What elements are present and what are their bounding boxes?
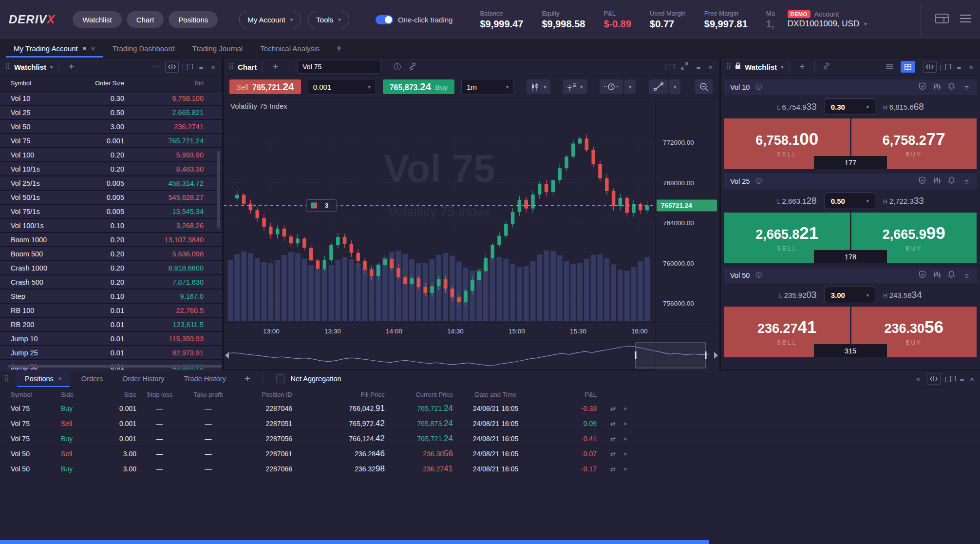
tab-close-icon[interactable]: ×: [91, 45, 95, 52]
time-tool-caret[interactable]: ▾: [624, 79, 636, 94]
main-menu-icon[interactable]: [960, 14, 971, 25]
layout-icon[interactable]: [935, 14, 949, 25]
watchlist-row[interactable]: Vol 50/1s0.005545,628.27: [0, 191, 222, 205]
watchlist-title[interactable]: Watchlist▾: [745, 63, 783, 71]
quantity-select[interactable]: 0.001▾: [308, 79, 376, 95]
close-position-icon[interactable]: ×: [623, 466, 627, 473]
navigator-selection[interactable]: [636, 343, 706, 368]
splitter-icon[interactable]: [923, 61, 937, 73]
watchlist-row[interactable]: Vol 75/1s0.00513,545.34: [0, 205, 222, 219]
chart-navigator[interactable]: [224, 341, 719, 368]
bell-icon[interactable]: [948, 271, 955, 280]
workspace-tab-my-trading-account[interactable]: My Trading Account≡×: [5, 39, 104, 58]
nav-watchlist-button[interactable]: Watchlist: [73, 11, 121, 28]
close-position-icon[interactable]: ×: [623, 420, 627, 427]
watchlist-row[interactable]: Boom 5000.205,636.098: [0, 247, 222, 261]
shield-icon[interactable]: [919, 176, 926, 186]
drag-handle-icon[interactable]: ⠿: [5, 62, 10, 71]
duplicate-panel-icon[interactable]: [665, 64, 675, 70]
reverse-position-icon[interactable]: ⇄: [610, 405, 616, 412]
close-tab-icon[interactable]: ×: [914, 375, 923, 383]
info-icon[interactable]: ⓘ: [754, 177, 764, 186]
watchlist-row[interactable]: RB 2000.01123,611.5: [0, 318, 222, 332]
candlestick-icon[interactable]: [933, 177, 941, 186]
expand-panel-icon[interactable]: [679, 62, 690, 71]
position-row[interactable]: Vol 75Sell0.001——2287051765,972.42765,87…: [0, 416, 980, 431]
card-menu-icon[interactable]: ≡: [962, 83, 971, 92]
add-chart-button[interactable]: +: [269, 61, 282, 72]
workspace-tab-technical-analysis[interactable]: Technical Analysis: [251, 39, 328, 58]
time-tool-button[interactable]: [600, 79, 623, 94]
watchlist-row[interactable]: RB 1000.0122,760.5: [0, 304, 222, 318]
close-panel-icon[interactable]: ×: [706, 63, 715, 71]
card-menu-icon[interactable]: ≡: [962, 177, 971, 186]
drag-handle-icon[interactable]: ⠿: [4, 374, 9, 383]
one-click-trading-toggle[interactable]: [376, 15, 393, 24]
bottom-tab-positions[interactable]: Positions×: [16, 370, 71, 387]
watchlist-row[interactable]: Boom 10000.2013,107.3840: [0, 233, 222, 247]
link-icon[interactable]: [821, 62, 832, 71]
interval-select[interactable]: 1m▾: [461, 79, 514, 95]
watchlist-row[interactable]: Jump 100.01115,359.93: [0, 332, 222, 346]
horizontal-scrollbar[interactable]: [8, 365, 222, 368]
duplicate-panel-icon[interactable]: [183, 64, 193, 70]
watchlist-row[interactable]: Step0.109,167.0: [0, 290, 222, 304]
drag-handle-icon[interactable]: ⠿: [228, 62, 234, 71]
workspace-tab-trading-dashboard[interactable]: Trading Dashboard: [104, 39, 184, 58]
shield-icon[interactable]: [919, 271, 926, 280]
panel-menu-icon[interactable]: ≡: [694, 63, 702, 71]
panel-menu-icon[interactable]: ≡: [197, 63, 205, 71]
info-icon[interactable]: ⓘ: [754, 271, 764, 280]
nav-chart-button[interactable]: Chart: [127, 11, 164, 28]
quantity-select[interactable]: 0.50▾: [825, 193, 875, 209]
bottom-tab-order-history[interactable]: Order History: [113, 370, 173, 387]
position-row[interactable]: Vol 50Sell3.00——2287061236.2846236.30562…: [0, 447, 980, 462]
close-panel-icon[interactable]: ×: [209, 63, 217, 71]
reverse-position-icon[interactable]: ⇄: [610, 435, 616, 443]
add-tab-button[interactable]: +: [237, 370, 258, 387]
position-row[interactable]: Vol 75Buy0.001——2287056766,124.42765,721…: [0, 431, 980, 447]
close-position-icon[interactable]: ×: [623, 405, 627, 412]
splitter-icon[interactable]: [165, 61, 179, 73]
position-row[interactable]: Vol 50Buy3.00——2287066236.3298236.274124…: [0, 462, 980, 477]
candlestick-icon[interactable]: [933, 83, 941, 92]
watchlist-row[interactable]: Vol 250.502,665.821: [0, 106, 222, 120]
tab-close-icon[interactable]: ×: [58, 375, 62, 382]
bottom-tab-trade-history[interactable]: Trade History: [175, 370, 234, 387]
reverse-position-icon[interactable]: ⇄: [610, 450, 616, 458]
duplicate-panel-icon[interactable]: [941, 64, 951, 70]
more-options-icon[interactable]: ⋯: [150, 62, 161, 71]
bell-icon[interactable]: [948, 176, 955, 186]
list-view-button[interactable]: [882, 61, 897, 73]
add-symbol-button[interactable]: +: [795, 61, 809, 72]
info-icon[interactable]: ⓘ: [392, 62, 403, 72]
grid-view-button[interactable]: [901, 61, 915, 73]
add-workspace-tab-button[interactable]: +: [328, 39, 350, 58]
watchlist-row[interactable]: Jump 250.0182,973.91: [0, 346, 222, 360]
open-positions-marker[interactable]: 3: [306, 199, 337, 211]
reverse-position-icon[interactable]: ⇄: [610, 466, 616, 473]
drag-handle-icon[interactable]: ⠿: [726, 62, 731, 71]
symbol-input[interactable]: Vol 75: [297, 60, 381, 74]
close-position-icon[interactable]: ×: [623, 435, 627, 443]
price-chart-svg[interactable]: Vol 75Volatility 75 Index3772000.0076800…: [224, 98, 719, 371]
info-icon[interactable]: ⓘ: [754, 83, 764, 92]
workspace-tab-trading-journal[interactable]: Trading Journal: [184, 39, 252, 58]
panel-menu-icon[interactable]: ≡: [955, 63, 963, 71]
watchlist-row[interactable]: Vol 1000.205,993.90: [0, 148, 222, 162]
watchlist-row[interactable]: Vol 100/1s0.103,268.26: [0, 219, 222, 233]
account-selector[interactable]: DEMO Account DXD1001009, USD ▾: [788, 10, 867, 29]
price-lines-button[interactable]: ▾: [563, 79, 587, 94]
net-aggregation-checkbox[interactable]: [276, 374, 285, 383]
drawing-tool-button[interactable]: [649, 79, 668, 94]
watchlist-row[interactable]: Vol 503.00236.2741: [0, 120, 222, 134]
candlestick-icon[interactable]: [933, 271, 941, 280]
navigator-left-arrow[interactable]: [225, 352, 229, 359]
card-menu-icon[interactable]: ≡: [962, 272, 971, 280]
reverse-position-icon[interactable]: ⇄: [610, 420, 616, 427]
bell-icon[interactable]: [948, 82, 955, 92]
zoom-out-button[interactable]: [695, 79, 713, 94]
vertical-scrollbar[interactable]: [217, 151, 220, 229]
bottom-tab-orders[interactable]: Orders: [73, 370, 112, 387]
splitter-icon[interactable]: [927, 373, 941, 385]
